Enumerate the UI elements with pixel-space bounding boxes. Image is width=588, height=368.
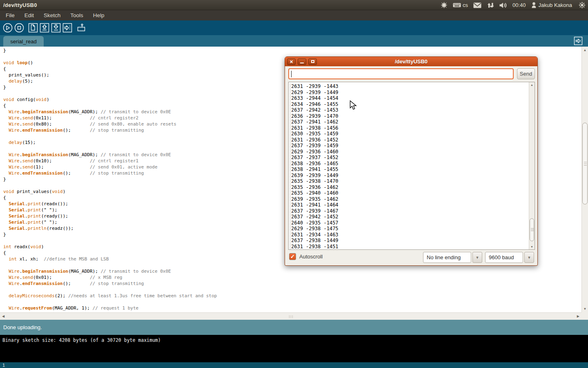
serial-line: 2631 -2939 -1443 (291, 83, 528, 90)
upload-button[interactable] (62, 22, 73, 34)
tab-label: serial_read (10, 38, 36, 45)
line-ending-dropdown-button[interactable]: ▼ (472, 252, 482, 263)
open-up-arrow-icon (39, 22, 50, 33)
serial-output[interactable]: 2631 -2939 -14432629 -2939 -14492633 -29… (290, 83, 528, 249)
serial-line: 2629 -2939 -1449 (291, 90, 528, 96)
serial-line: 2637 -2941 -1462 (291, 119, 528, 125)
serial-line: 2637 -2942 -1452 (291, 214, 528, 220)
serial-line: 2637 -2939 -1467 (291, 208, 528, 214)
serial-line: 2637 -2937 -1452 (291, 155, 528, 161)
baud-rate-select[interactable]: 9600 baud (485, 252, 523, 263)
serial-line: 2631 -2938 -1451 (291, 244, 528, 250)
network-updown-icon[interactable] (487, 2, 494, 9)
code-line: delayMicroseconds(2); //needs at least 1… (3, 293, 581, 299)
new-sketch-button[interactable] (27, 22, 38, 34)
scroll-right-arrow-icon[interactable]: ▶ (577, 314, 579, 318)
serial-output-area[interactable]: 2631 -2939 -14432629 -2939 -14492633 -29… (288, 82, 535, 250)
serial-line: 2633 -2944 -1454 (291, 95, 528, 101)
serial-line: 2639 -2939 -1449 (291, 173, 528, 179)
editor-horizontal-scrollbar[interactable]: ◀ ▶ (0, 312, 581, 320)
baud-rate-dropdown-button[interactable]: ▼ (524, 252, 534, 263)
code-line: Wire.send(0x01); // x MSB reg (3, 274, 581, 280)
serial-vertical-scrollbar[interactable]: ▲ ▼ (529, 82, 535, 249)
serial-monitor-button[interactable] (76, 22, 87, 34)
serial-line: 2639 -2935 -1462 (291, 196, 528, 202)
scroll-up-arrow-icon[interactable]: ▲ (582, 48, 588, 52)
line-indicator: 1 (0, 362, 588, 368)
serial-monitor-title: /dev/ttyUSB0 (285, 58, 537, 65)
serial-line: 2637 -2942 -1453 (291, 107, 528, 113)
keyboard-icon[interactable] (453, 2, 461, 8)
scroll-up-arrow-icon[interactable]: ▲ (529, 83, 535, 86)
keyboard-layout-label[interactable]: cs (463, 2, 468, 8)
stop-icon (14, 22, 24, 33)
verify-button[interactable] (2, 22, 13, 34)
menubar: File Edit Sketch Tools Help (0, 10, 588, 20)
maximize-icon (311, 60, 314, 63)
session-user[interactable]: Jakub Kakona (531, 2, 572, 8)
save-button[interactable] (50, 22, 61, 34)
mail-icon[interactable] (473, 2, 481, 8)
menu-edit[interactable]: Edit (20, 10, 39, 20)
scroll-down-arrow-icon[interactable]: ▼ (582, 307, 588, 311)
window-minimize-button[interactable] (298, 58, 306, 65)
menu-file[interactable]: File (1, 10, 20, 20)
code-line: Wire.requestFrom(MAG_ADDR, 1); // reques… (3, 305, 581, 311)
line-ending-select[interactable]: No line ending (423, 252, 471, 263)
baud-rate-value: 9600 baud (489, 254, 514, 260)
scroll-down-arrow-icon[interactable]: ▼ (529, 245, 535, 248)
scrollbar-thumb[interactable] (530, 218, 534, 241)
upload-right-arrow-icon (62, 22, 73, 33)
serial-line: 2631 -2938 -1456 (291, 125, 528, 131)
serial-monitor-icon (76, 22, 87, 33)
hscrollbar-thumb[interactable] (1, 313, 580, 319)
verify-icon (2, 22, 13, 33)
serial-line: 2635 -2940 -1460 (291, 190, 528, 196)
serial-line: 2637 -2938 -1449 (291, 238, 528, 244)
save-down-arrow-icon (51, 22, 61, 33)
window-maximize-button[interactable] (308, 58, 317, 65)
chevron-down-icon: ▼ (528, 256, 531, 260)
serial-line: 2636 -2939 -1470 (291, 113, 528, 119)
serial-line: 2634 -2946 -1455 (291, 101, 528, 108)
tab-menu-button[interactable] (574, 36, 583, 45)
session-power-icon[interactable] (579, 2, 586, 9)
menu-tools[interactable]: Tools (65, 10, 88, 20)
indicator-pinwheel-icon[interactable] (441, 2, 448, 9)
menu-help[interactable]: Help (88, 10, 109, 20)
serial-monitor-window: /dev/ttyUSB0 ✕ Send 2631 -2939 -14432629… (285, 56, 538, 266)
serial-line: 2629 -2938 -1475 (291, 226, 528, 232)
serial-monitor-controls: ✓ Autoscroll No line ending ▼ 9600 baud … (285, 252, 537, 264)
editor-vertical-scrollbar[interactable]: ▲ ▼ (581, 47, 588, 312)
status-message: Done uploading. (3, 324, 42, 330)
serial-send-input[interactable] (288, 68, 514, 79)
top-panel: /dev/ttyUSB0 cs 00:40 Jakub Kakona (0, 0, 588, 10)
code-line (3, 299, 581, 305)
scrollbar-corner (581, 312, 588, 320)
clock[interactable]: 00:40 (512, 2, 526, 8)
tabbar: serial_read (0, 35, 588, 47)
serial-line: 2631 -2941 -1464 (291, 202, 528, 208)
mouse-cursor-icon (350, 100, 358, 111)
user-icon (531, 2, 537, 8)
serial-line: 2640 -2935 -1457 (291, 220, 528, 226)
serial-line: 2629 -2936 -1460 (291, 149, 528, 155)
serial-line: 2635 -2938 -1470 (291, 178, 528, 184)
send-button[interactable]: Send (517, 68, 535, 79)
autoscroll-checkbox[interactable]: ✓ (289, 253, 296, 260)
serial-monitor-titlebar[interactable]: /dev/ttyUSB0 ✕ (285, 57, 537, 66)
new-file-icon (28, 22, 38, 33)
serial-line: 2635 -2936 -1462 (291, 184, 528, 191)
arrow-right-square-icon (574, 36, 583, 45)
stop-button[interactable] (13, 22, 24, 34)
serial-line: 2631 -2934 -1463 (291, 232, 528, 238)
tab-serial-read[interactable]: serial_read (3, 36, 44, 47)
open-button[interactable] (39, 22, 50, 34)
window-close-button[interactable]: ✕ (287, 58, 296, 65)
volume-icon[interactable] (499, 2, 507, 9)
desktop: /dev/ttyUSB0 cs 00:40 Jakub Kakona File … (0, 0, 588, 368)
menu-sketch[interactable]: Sketch (39, 10, 65, 20)
send-button-label: Send (520, 71, 532, 77)
user-name-label: Jakub Kakona (539, 2, 572, 8)
scrollbar-thumb[interactable] (582, 123, 588, 204)
